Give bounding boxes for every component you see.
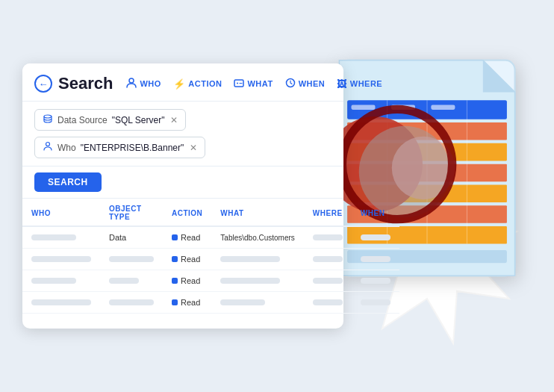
who-icon — [126, 78, 137, 90]
nav-bar: WHO ⚡ ACTION WHAT — [126, 78, 382, 90]
svg-rect-18 — [351, 105, 375, 110]
who-skeleton — [31, 234, 76, 240]
read-badge: Read — [172, 233, 200, 242]
table-row: Data Read Tables\dbo.Customers — [22, 226, 399, 249]
read-label: Read — [181, 276, 200, 285]
what-skeleton — [220, 256, 280, 262]
read-dot — [172, 234, 178, 240]
svg-rect-10 — [347, 143, 507, 161]
read-label: Read — [181, 233, 200, 242]
nav-action[interactable]: ⚡ ACTION — [173, 78, 222, 90]
svg-rect-9 — [347, 122, 507, 140]
what-skeleton — [220, 278, 280, 284]
when-skeleton — [361, 278, 390, 284]
table-row: Read — [22, 249, 399, 270]
col-object-type: OBJECT TYPE — [100, 199, 163, 226]
datasource-filter-chip: Data Source "SQL Server" ✕ — [34, 109, 186, 131]
who-close-button[interactable]: ✕ — [190, 143, 197, 153]
datasource-chip-icon — [43, 113, 53, 126]
svg-rect-11 — [347, 164, 507, 182]
row4-who — [22, 292, 100, 314]
when-label: WHEN — [299, 79, 326, 88]
who-chip-value: "ENTERPRISE\B.Banner" — [81, 143, 184, 153]
where-skeleton — [313, 299, 343, 305]
col-who: WHO — [22, 199, 100, 226]
row3-action: Read — [163, 270, 211, 292]
row3-what — [211, 270, 304, 292]
datasource-close-button[interactable]: ✕ — [170, 115, 178, 125]
who-skeleton — [31, 278, 76, 284]
row4-what — [211, 292, 304, 314]
who-skeleton — [31, 299, 91, 305]
row1-action: Read — [163, 226, 211, 249]
read-dot — [172, 256, 178, 262]
nav-where[interactable]: 🖼 WHERE — [337, 78, 382, 90]
read-dot — [172, 299, 178, 305]
row1-object-type: Data — [100, 226, 163, 249]
what-label: WHAT — [247, 79, 273, 88]
results-table: WHO OBJECT TYPE ACTION WHAT WHERE WHEN D… — [22, 199, 399, 314]
row2-what — [211, 249, 304, 270]
col-when: WHEN — [352, 199, 399, 226]
col-action: ACTION — [163, 199, 211, 226]
row4-where — [304, 292, 352, 314]
row2-object-type — [100, 249, 163, 270]
title-text: Search — [58, 74, 113, 93]
who-chip-icon — [43, 141, 53, 154]
action-label: ACTION — [188, 79, 222, 88]
object-type-skeleton — [109, 256, 154, 262]
panel-header: ← Search WHO ⚡ ACTION — [22, 63, 343, 102]
svg-point-23 — [392, 137, 455, 200]
nav-what[interactable]: WHAT — [234, 78, 273, 90]
svg-rect-19 — [391, 105, 415, 110]
when-skeleton — [361, 256, 390, 262]
when-skeleton — [361, 234, 390, 240]
read-badge: Read — [172, 298, 200, 307]
object-type-skeleton — [109, 299, 154, 305]
col-where: WHERE — [304, 199, 352, 226]
read-label: Read — [181, 255, 200, 264]
row1-where — [304, 226, 352, 249]
what-skeleton — [220, 299, 265, 305]
row2-who — [22, 249, 100, 270]
row3-when — [352, 270, 399, 292]
panel-title: ← Search — [34, 74, 113, 93]
svg-rect-8 — [347, 100, 507, 119]
read-dot — [172, 278, 178, 284]
where-skeleton — [313, 234, 343, 240]
row1-what: Tables\dbo.Customers — [211, 226, 304, 249]
when-icon — [285, 78, 296, 90]
row3-where — [304, 270, 352, 292]
svg-point-2 — [237, 82, 238, 84]
row4-object-type — [100, 292, 163, 314]
row2-when — [352, 249, 399, 270]
svg-rect-20 — [431, 105, 455, 110]
row3-who — [22, 270, 100, 292]
who-skeleton — [31, 256, 91, 262]
datasource-chip-label: Data Source — [57, 115, 108, 125]
search-button-row: SEARCH — [22, 167, 343, 199]
object-type-skeleton — [109, 278, 139, 284]
action-icon: ⚡ — [173, 78, 186, 90]
row4-when — [352, 292, 399, 314]
read-badge: Read — [172, 255, 200, 264]
row4-action: Read — [163, 292, 211, 314]
where-icon: 🖼 — [337, 78, 347, 90]
where-skeleton — [313, 256, 343, 262]
where-skeleton — [313, 278, 343, 284]
filter-bar: Data Source "SQL Server" ✕ Who "ENTERPRI… — [22, 102, 343, 167]
back-button[interactable]: ← — [34, 75, 52, 93]
row3-object-type — [100, 270, 163, 292]
row2-action: Read — [163, 249, 211, 270]
search-panel: ← Search WHO ⚡ ACTION — [22, 63, 343, 329]
nav-who[interactable]: WHO — [126, 78, 161, 90]
search-button[interactable]: SEARCH — [34, 172, 102, 192]
table-row: Read — [22, 270, 399, 292]
datasource-chip-value: "SQL Server" — [112, 115, 165, 125]
who-chip-label: Who — [57, 143, 76, 153]
row1-when — [352, 226, 399, 249]
nav-when[interactable]: WHEN — [285, 78, 326, 90]
row1-who — [22, 226, 100, 249]
read-badge: Read — [172, 276, 200, 285]
row2-where — [304, 249, 352, 270]
